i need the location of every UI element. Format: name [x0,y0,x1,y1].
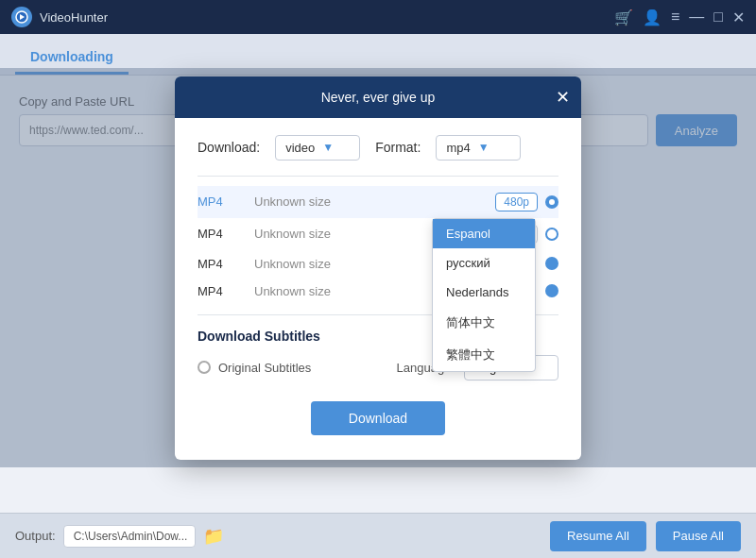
modal-body: Download: video ▼ Format: mp4 ▼ [175,118,581,460]
download-label: Download: [198,140,260,155]
format-size-col: Unknown size [254,194,495,209]
modal-overlay: Never, ever give up ✕ Download: video ▼ … [0,68,756,467]
format-type-col: MP4 [198,257,254,271]
language-dropdown: Espanol русский Nederlands 简体中文 繁體中文 [432,218,536,372]
close-icon[interactable]: ✕ [732,8,745,26]
download-type-arrow: ▼ [322,141,334,154]
original-subtitles-label: Original Subtitles [218,361,311,375]
cart-icon[interactable]: 🛒 [614,8,633,26]
format-label: Format: [375,140,421,155]
modal: Never, ever give up ✕ Download: video ▼ … [175,76,581,460]
format-type-col: MP4 [198,194,254,209]
download-type-value: video [285,141,315,155]
user-icon[interactable]: 👤 [643,8,662,26]
title-bar-controls: 🛒 👤 ≡ — □ ✕ [614,8,745,26]
quality-badge: 480p [495,193,538,211]
format-type-col: MP4 [198,227,254,241]
folder-icon[interactable]: 📁 [203,526,224,547]
format-type-col: MP4 [198,284,254,298]
output-label: Output: [15,529,56,543]
modal-header: Never, ever give up ✕ [175,76,581,118]
output-path: C:\Users\Admin\Dow... [63,525,196,548]
maximize-icon[interactable]: □ [713,8,723,25]
dropdown-item-dutch[interactable]: Nederlands [433,278,535,307]
original-subtitles-option[interactable]: Original Subtitles [198,361,311,375]
format-radio[interactable] [545,257,558,270]
minimize-icon[interactable]: — [689,8,704,25]
bottom-buttons: Resume All Pause All [550,521,741,551]
divider-1 [198,176,558,177]
dropdown-item-espanol[interactable]: Espanol [433,219,535,248]
format-row[interactable]: MP4 Unknown size 288p Espanol русский Ne… [198,218,558,250]
format-radio[interactable] [545,284,558,297]
bottom-bar: Output: C:\Users\Admin\Dow... 📁 Resume A… [0,513,756,558]
title-bar-left: VideoHunter [11,7,108,27]
app-area: Downloading Copy and Paste URL Analyze N… [0,34,756,513]
download-type-select[interactable]: video ▼ [275,135,360,161]
pause-all-button[interactable]: Pause All [656,521,741,551]
app-name: VideoHunter [40,10,108,25]
format-type-arrow: ▼ [478,141,490,154]
resume-all-button[interactable]: Resume All [550,521,646,551]
download-section: Download [198,401,558,443]
radio-dot [549,199,555,205]
format-row[interactable]: MP4 Unknown size 480p [198,186,558,218]
format-radio[interactable] [545,228,558,241]
format-radio[interactable] [545,195,558,209]
menu-icon[interactable]: ≡ [671,8,679,25]
download-format-row: Download: video ▼ Format: mp4 ▼ [198,135,558,161]
download-button[interactable]: Download [311,401,445,435]
app-logo [11,7,32,27]
original-subtitles-radio[interactable] [198,361,211,374]
modal-title: Never, ever give up [321,90,436,105]
format-type-value: mp4 [446,141,470,155]
format-type-select[interactable]: mp4 ▼ [436,135,521,161]
format-list: MP4 Unknown size 480p MP4 Unknown size 2… [198,186,558,305]
title-bar: VideoHunter 🛒 👤 ≡ — □ ✕ [0,0,756,34]
dropdown-item-chinese-traditional[interactable]: 繁體中文 [433,339,535,371]
dropdown-item-chinese-simplified[interactable]: 简体中文 [433,307,535,339]
modal-close-button[interactable]: ✕ [556,89,570,106]
output-section: Output: C:\Users\Admin\Dow... 📁 [15,525,224,548]
dropdown-item-russian[interactable]: русский [433,248,535,278]
